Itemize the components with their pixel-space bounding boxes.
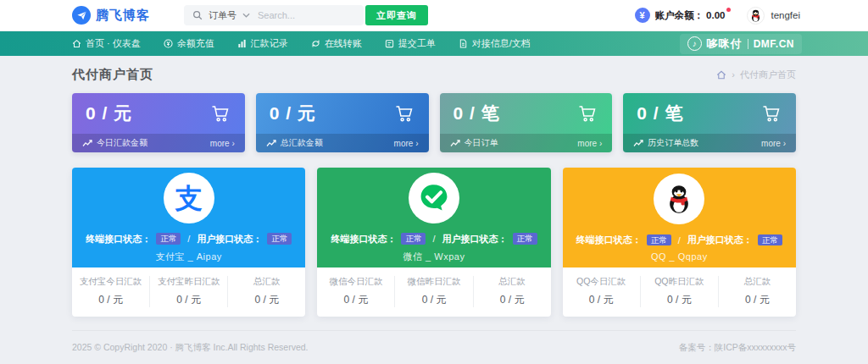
channel-stat: 支付宝今日汇款 0 / 元 — [72, 276, 149, 307]
nav-item-submit-ticket[interactable]: 提交工单 — [385, 37, 436, 50]
search-category-select[interactable]: 订单号 — [209, 9, 236, 22]
stat-label: 今日汇款金额 — [97, 137, 147, 149]
stat-value: 0 / 元 — [270, 102, 316, 125]
nav-item-online-transfer[interactable]: 在线转账 — [311, 37, 362, 50]
chevron-down-icon[interactable] — [242, 13, 250, 18]
trend-up-icon — [82, 139, 92, 147]
paper-plane-icon — [72, 6, 91, 25]
wechat-logo-icon — [409, 173, 459, 223]
stat-label: 今日订单 — [465, 137, 498, 149]
main-content: 代付商户首页 › 代付商户首页 0 / 元 今日汇款金额 more › — [0, 56, 868, 317]
breadcrumb-current: 代付商户首页 — [740, 69, 796, 81]
stat-card-today-amount: 0 / 元 今日汇款金额 more › — [72, 93, 245, 152]
trend-up-icon — [266, 139, 276, 147]
divider — [748, 39, 748, 49]
site-logo-text: 腾飞博客 — [96, 8, 150, 24]
search-bar: 订单号 立即查询 — [184, 5, 428, 25]
payment-card-row: 支 终端接口状态： 正常 / 用户接口状态： 正常 支付宝 _ Aipay 支付… — [72, 168, 796, 317]
nav-item-recharge[interactable]: 余额充值 — [164, 37, 214, 50]
channel-stat: QQ昨日汇款 0 / 元 — [640, 276, 718, 307]
more-link[interactable]: more › — [394, 139, 419, 148]
nav-item-docs[interactable]: 对接信息/文档 — [459, 37, 531, 50]
status-badge: 正常 — [401, 233, 426, 245]
channel-name: 微信 _ Wxpay — [403, 251, 465, 263]
stat-card-today-orders: 0 / 笔 今日订单 more › — [440, 93, 613, 152]
channel-name: 支付宝 _ Aipay — [156, 251, 222, 263]
interface-status-line: 终端接口状态： 正常 / 用户接口状态： 正常 — [331, 233, 537, 245]
status-badge: 正常 — [513, 233, 537, 245]
site-logo[interactable]: 腾飞博客 — [72, 6, 150, 25]
channel-stat: 总汇款 0 / 元 — [718, 276, 796, 307]
status-badge: 正常 — [647, 234, 671, 246]
stat-card-history-orders: 0 / 笔 历史订单总数 more › — [623, 93, 796, 152]
channel-stat: 微信昨日汇款 0 / 元 — [394, 276, 472, 307]
top-header: 腾飞博客 订单号 立即查询 ¥ 账户余额： 0.00 — [0, 0, 868, 31]
stat-value: 0 / 笔 — [453, 102, 500, 125]
transfer-icon — [311, 39, 320, 48]
cart-icon — [209, 103, 231, 124]
ticket-icon — [385, 39, 394, 48]
username[interactable]: tengfei — [771, 10, 800, 20]
dmf-brand-link[interactable]: ♪ 哆咪付 DMF.CN — [680, 34, 802, 54]
bar-chart-icon — [237, 39, 247, 48]
payment-card-qq: 终端接口状态： 正常 / 用户接口状态： 正常 QQ _ Qqpay QQ今日汇… — [563, 168, 796, 317]
qq-logo-icon — [654, 174, 704, 224]
stat-label: 总汇款金额 — [281, 137, 323, 149]
more-link[interactable]: more › — [210, 139, 235, 148]
status-badge: 正常 — [267, 233, 292, 245]
icp-text: 备案号：陕ICP备xxxxxxxxx号 — [679, 342, 796, 354]
payment-card-alipay: 支 终端接口状态： 正常 / 用户接口状态： 正常 支付宝 _ Aipay 支付… — [72, 168, 305, 317]
channel-stat: 支付宝昨日汇款 0 / 元 — [149, 276, 227, 307]
balance-label: 账户余额： — [655, 9, 704, 22]
notification-dot — [726, 8, 731, 12]
home-icon — [72, 39, 81, 48]
nav-items: 首页 · 仪表盘 余额充值 汇款记录 在线转账 提交工单 对接信息/文档 — [72, 37, 531, 50]
search-submit-button[interactable]: 立即查询 — [365, 5, 428, 25]
breadcrumb: › 代付商户首页 — [716, 69, 796, 81]
cart-icon — [760, 103, 782, 124]
stat-value: 0 / 元 — [86, 102, 132, 125]
account-area: ¥ 账户余额： 0.00 tengfei — [635, 7, 800, 25]
trend-up-icon — [450, 139, 460, 147]
payment-card-wechat: 终端接口状态： 正常 / 用户接口状态： 正常 微信 _ Wxpay 微信今日汇… — [317, 168, 550, 317]
alipay-logo-icon: 支 — [164, 173, 214, 223]
status-badge: 正常 — [156, 233, 181, 245]
channel-stat: 总汇款 0 / 元 — [227, 276, 305, 307]
copyright-text: 2025 © CopyRight 2020 · 腾飞博客 Inc.All Rig… — [72, 342, 309, 354]
channel-stat: 微信今日汇款 0 / 元 — [317, 276, 394, 307]
trend-up-icon — [633, 139, 643, 147]
yuan-icon: ¥ — [635, 8, 650, 23]
more-link[interactable]: more › — [577, 139, 602, 148]
breadcrumb-separator: › — [732, 69, 735, 80]
stat-label: 历史订单总数 — [648, 137, 698, 149]
document-icon — [459, 39, 468, 48]
more-link[interactable]: more › — [761, 139, 786, 148]
interface-status-line: 终端接口状态： 正常 / 用户接口状态： 正常 — [86, 233, 292, 245]
interface-status-line: 终端接口状态： 正常 / 用户接口状态： 正常 — [576, 234, 782, 246]
search-icon — [192, 10, 203, 20]
user-avatar[interactable] — [747, 7, 765, 25]
main-nav: 首页 · 仪表盘 余额充值 汇款记录 在线转账 提交工单 对接信息/文档 ♪ 哆… — [0, 31, 868, 56]
search-box: 订单号 — [184, 5, 364, 25]
channel-name: QQ _ Qqpay — [651, 251, 708, 262]
channel-stat: 总汇款 0 / 元 — [473, 276, 551, 307]
status-badge: 正常 — [758, 234, 782, 246]
page-footer: 2025 © CopyRight 2020 · 腾飞博客 Inc.All Rig… — [72, 330, 796, 354]
qq-penguin-icon — [748, 8, 763, 23]
stat-card-total-amount: 0 / 元 总汇款金额 more › — [256, 93, 429, 152]
nav-item-remit-records[interactable]: 汇款记录 — [237, 37, 288, 50]
search-input[interactable] — [256, 9, 322, 21]
coin-icon — [164, 39, 173, 48]
dmf-logo-icon: ♪ — [687, 36, 702, 51]
cart-icon — [393, 103, 415, 124]
page-title: 代付商户首页 — [72, 67, 153, 83]
stat-card-row: 0 / 元 今日汇款金额 more › 0 / 元 总汇款金额 — [72, 93, 796, 152]
title-row: 代付商户首页 › 代付商户首页 — [72, 56, 796, 93]
nav-item-dashboard[interactable]: 首页 · 仪表盘 — [72, 37, 141, 50]
channel-stat: QQ今日汇款 0 / 元 — [563, 276, 640, 307]
cart-icon — [576, 103, 598, 124]
stat-value: 0 / 笔 — [637, 102, 683, 125]
balance-value[interactable]: 0.00 — [706, 10, 725, 20]
breadcrumb-home-icon[interactable] — [716, 70, 726, 80]
